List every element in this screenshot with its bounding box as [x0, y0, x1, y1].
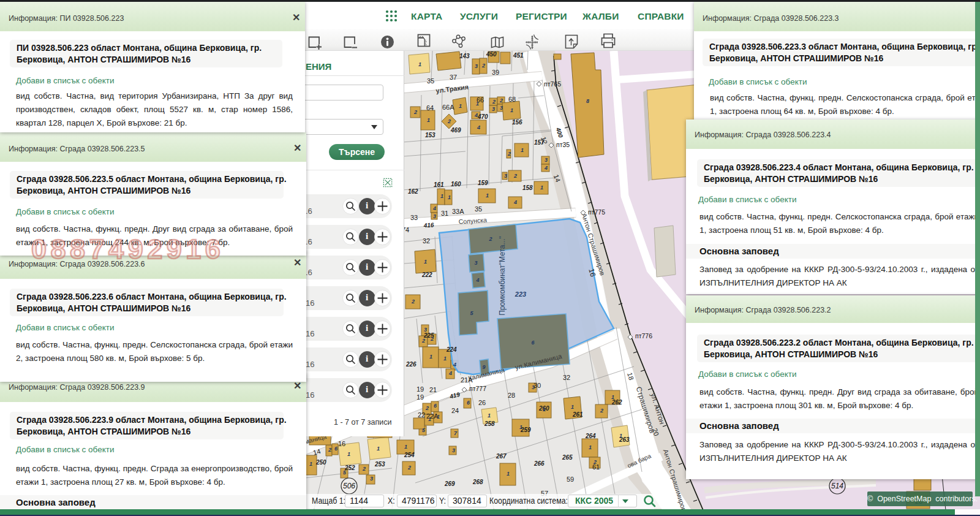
svg-text:4: 4	[448, 370, 452, 376]
svg-text:33А: 33А	[452, 208, 464, 215]
svg-text:1: 1	[571, 404, 574, 410]
svg-text:1: 1	[309, 461, 312, 467]
svg-text:32: 32	[423, 237, 430, 245]
svg-text:226: 226	[405, 361, 417, 368]
svg-text:3: 3	[474, 260, 477, 266]
svg-text:1: 1	[347, 451, 350, 457]
svg-text:2: 2	[488, 236, 492, 242]
svg-text:224: 224	[446, 346, 457, 353]
svg-text:451: 451	[513, 52, 524, 59]
svg-text:16: 16	[338, 440, 345, 447]
svg-text:2: 2	[507, 151, 511, 157]
svg-text:450: 450	[486, 51, 497, 58]
svg-text:2: 2	[447, 118, 451, 124]
svg-text:3: 3	[452, 447, 455, 453]
svg-text:1: 1	[437, 414, 440, 420]
svg-text:2: 2	[407, 465, 411, 471]
svg-text:пт35: пт35	[556, 141, 570, 148]
svg-text:3: 3	[504, 173, 507, 179]
svg-text:3: 3	[545, 157, 548, 163]
svg-text:3: 3	[370, 476, 373, 482]
svg-text:1: 1	[404, 444, 407, 450]
svg-text:1: 1	[476, 101, 479, 107]
svg-text:2: 2	[481, 63, 485, 69]
svg-text:1: 1	[589, 444, 592, 450]
svg-text:1: 1	[424, 259, 427, 265]
svg-text:4: 4	[513, 199, 517, 205]
svg-text:254: 254	[404, 452, 415, 458]
svg-text:21: 21	[429, 386, 437, 393]
svg-text:269: 269	[444, 480, 455, 487]
svg-text:143: 143	[459, 53, 470, 59]
svg-text:253: 253	[374, 461, 385, 468]
svg-text:1: 1	[429, 354, 432, 360]
svg-text:1: 1	[540, 184, 543, 191]
svg-text:1: 1	[507, 471, 510, 477]
svg-text:1: 1	[377, 446, 380, 452]
svg-text:35: 35	[475, 205, 482, 213]
svg-text:пт765: пт765	[544, 80, 561, 88]
svg-text:64: 64	[426, 104, 434, 112]
svg-text:159: 159	[478, 180, 488, 186]
svg-text:32: 32	[563, 374, 570, 381]
svg-text:26: 26	[478, 399, 486, 406]
svg-text:2: 2	[328, 447, 331, 453]
svg-text:1: 1	[488, 412, 491, 419]
svg-text:9: 9	[482, 364, 485, 370]
svg-text:1: 1	[459, 103, 462, 109]
svg-text:пт776: пт776	[635, 332, 652, 340]
svg-text:2: 2	[499, 97, 503, 104]
svg-text:Промкомбинат"Мета...": Промкомбинат"Мета..."	[498, 236, 507, 315]
svg-text:3: 3	[532, 384, 535, 390]
svg-text:469: 469	[450, 127, 461, 134]
svg-text:4: 4	[453, 362, 456, 368]
svg-text:223: 223	[514, 290, 526, 298]
svg-text:1: 1	[443, 355, 447, 362]
svg-text:268: 268	[472, 479, 483, 485]
svg-text:28: 28	[508, 392, 515, 399]
svg-text:3: 3	[433, 213, 436, 219]
svg-text:22: 22	[418, 411, 425, 419]
svg-text:258: 258	[484, 420, 495, 427]
svg-text:265: 265	[562, 454, 573, 461]
svg-text:3: 3	[492, 106, 495, 112]
svg-text:162: 162	[408, 188, 418, 195]
svg-text:2: 2	[430, 336, 434, 342]
svg-text:1: 1	[428, 416, 431, 422]
svg-text:514: 514	[831, 482, 843, 490]
svg-text:пт777: пт777	[469, 385, 486, 392]
svg-text:2: 2	[492, 99, 496, 105]
svg-text:506: 506	[343, 482, 355, 490]
svg-text:3: 3	[424, 327, 427, 333]
svg-text:160: 160	[451, 181, 461, 188]
svg-text:2: 2	[600, 408, 603, 414]
svg-text:8: 8	[586, 98, 589, 104]
svg-text:266: 266	[533, 460, 545, 467]
svg-text:1: 1	[510, 107, 513, 113]
svg-text:250: 250	[315, 459, 326, 466]
svg-text:4: 4	[474, 112, 478, 118]
svg-text:4: 4	[432, 205, 436, 211]
svg-text:470: 470	[477, 113, 488, 120]
svg-text:2: 2	[593, 459, 597, 465]
svg-text:416: 416	[423, 221, 434, 229]
svg-text:35: 35	[427, 77, 434, 85]
svg-text:1: 1	[440, 193, 443, 199]
svg-text:пт775: пт775	[588, 208, 605, 216]
svg-text:4: 4	[477, 124, 480, 131]
svg-text:158: 158	[522, 184, 533, 191]
svg-text:33: 33	[410, 214, 418, 221]
svg-text:66А: 66А	[442, 104, 454, 111]
svg-text:1: 1	[448, 194, 451, 200]
svg-text:156: 156	[512, 119, 522, 126]
svg-text:2: 2	[362, 466, 366, 472]
svg-text:1: 1	[418, 61, 421, 67]
svg-text:68: 68	[508, 96, 516, 103]
svg-text:19: 19	[417, 393, 424, 401]
svg-text:1: 1	[427, 117, 430, 123]
svg-text:4: 4	[544, 165, 548, 171]
svg-text:2: 2	[513, 173, 517, 179]
svg-text:37: 37	[450, 74, 457, 81]
svg-text:1: 1	[611, 394, 614, 400]
svg-text:267: 267	[496, 453, 507, 460]
